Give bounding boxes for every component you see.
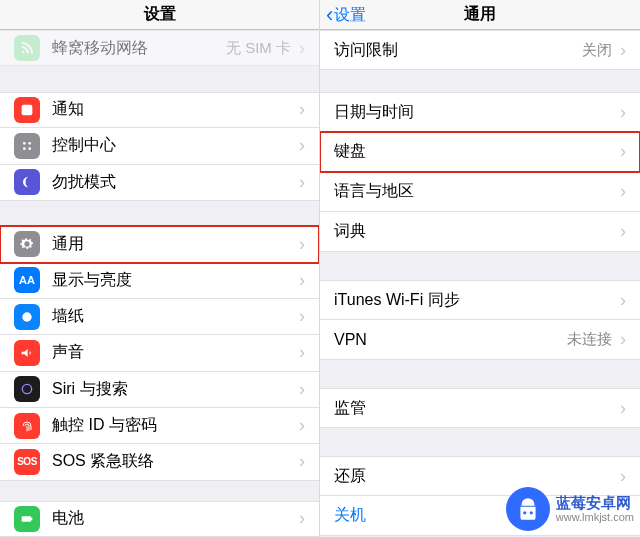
row-label: 触控 ID 与密码 [52,415,297,436]
general-icon [14,231,40,257]
nav-header: 设置 [0,0,319,30]
page-title: 通用 [464,4,496,25]
chevron-right-icon: › [620,290,626,311]
row-battery[interactable]: 电池 › [0,501,319,537]
svg-rect-1 [22,105,33,116]
row-notifications[interactable]: 通知 › [0,92,319,128]
watermark-logo-icon [506,487,550,531]
row-cellular[interactable]: 蜂窝移动网络 无 SIM 卡 › [0,30,319,66]
battery-icon [14,506,40,532]
svg-point-5 [28,147,31,150]
svg-point-7 [22,385,31,394]
row-value: 无 SIM 卡 [226,39,291,58]
chevron-right-icon: › [620,40,626,61]
chevron-right-icon: › [620,398,626,419]
chevron-right-icon: › [620,181,626,202]
svg-point-0 [22,51,25,54]
chevron-right-icon: › [299,379,305,400]
svg-point-3 [28,142,31,145]
row-label: 词典 [334,221,618,242]
chevron-right-icon: › [299,451,305,472]
chevron-right-icon: › [299,342,305,363]
svg-point-6 [22,312,31,321]
group-separator [320,252,640,280]
row-itunes-wifi-sync[interactable]: iTunes Wi-Fi 同步 › [320,280,640,320]
svg-point-2 [23,142,26,145]
sos-icon: SOS [14,449,40,475]
row-label: 访问限制 [334,40,582,61]
row-language-region[interactable]: 语言与地区 › [320,172,640,212]
chevron-right-icon: › [299,172,305,193]
row-label: 电池 [52,508,297,529]
row-label: 墙纸 [52,306,297,327]
chevron-right-icon: › [620,141,626,162]
row-regulatory[interactable]: 监管 › [320,388,640,428]
row-datetime[interactable]: 日期与时间 › [320,92,640,132]
row-label: VPN [334,331,567,349]
watermark-name: 蓝莓安卓网 [556,494,634,511]
page-title: 设置 [144,4,176,25]
touchid-icon [14,413,40,439]
row-label: 通知 [52,99,297,120]
group-separator [320,428,640,456]
chevron-right-icon: › [620,221,626,242]
row-dictionary[interactable]: 词典 › [320,212,640,252]
settings-root-screen: 设置 蜂窝移动网络 无 SIM 卡 › 通知 › 控制中心 › [0,0,320,537]
row-keyboard[interactable]: 键盘 › [320,132,640,172]
row-label: SOS 紧急联络 [52,451,297,472]
group-separator [0,66,319,91]
row-display[interactable]: AA 显示与亮度 › [0,263,319,299]
row-touchid[interactable]: 触控 ID 与密码 › [0,408,319,444]
row-siri[interactable]: Siri 与搜索 › [0,372,319,408]
chevron-right-icon: › [299,99,305,120]
row-value: 关闭 [582,41,612,60]
row-label: 监管 [334,398,618,419]
row-sound[interactable]: 声音 › [0,335,319,371]
general-settings-screen: ‹ 设置 通用 访问限制 关闭 › 日期与时间 › 键盘 › 语言与地区 › 词… [320,0,640,537]
row-sos[interactable]: SOS SOS 紧急联络 › [0,444,319,480]
back-label: 设置 [334,5,366,26]
svg-rect-9 [31,517,32,520]
row-label: 显示与亮度 [52,270,297,291]
siri-icon [14,376,40,402]
nav-header: ‹ 设置 通用 [320,0,640,30]
sound-icon [14,340,40,366]
row-restrictions[interactable]: 访问限制 关闭 › [320,30,640,70]
wallpaper-icon [14,304,40,330]
group-separator [0,201,319,226]
dnd-icon [14,169,40,195]
cellular-icon [14,35,40,61]
chevron-right-icon: › [620,102,626,123]
chevron-right-icon: › [299,135,305,156]
row-label: 控制中心 [52,135,297,156]
row-label: 日期与时间 [334,102,618,123]
row-label: 键盘 [334,141,618,162]
chevron-right-icon: › [299,270,305,291]
chevron-right-icon: › [299,306,305,327]
row-control-center[interactable]: 控制中心 › [0,128,319,164]
row-general[interactable]: 通用 › [0,226,319,262]
back-button[interactable]: ‹ 设置 [326,0,366,30]
display-icon: AA [14,267,40,293]
row-label: 蜂窝移动网络 [52,38,226,59]
row-label: 还原 [334,466,618,487]
chevron-left-icon: ‹ [326,4,333,26]
chevron-right-icon: › [620,466,626,487]
row-value: 未连接 [567,330,612,349]
row-wallpaper[interactable]: 墙纸 › [0,299,319,335]
notifications-icon [14,97,40,123]
chevron-right-icon: › [299,508,305,529]
control-center-icon [14,133,40,159]
chevron-right-icon: › [299,415,305,436]
svg-rect-8 [22,516,31,521]
row-label: Siri 与搜索 [52,379,297,400]
row-label: 语言与地区 [334,181,618,202]
row-label: 通用 [52,234,297,255]
row-vpn[interactable]: VPN 未连接 › [320,320,640,360]
row-label: 声音 [52,342,297,363]
watermark-url: www.lmkjst.com [556,511,634,524]
row-label: 勿扰模式 [52,172,297,193]
svg-point-4 [23,147,26,150]
row-dnd[interactable]: 勿扰模式 › [0,165,319,201]
group-separator [0,481,319,501]
